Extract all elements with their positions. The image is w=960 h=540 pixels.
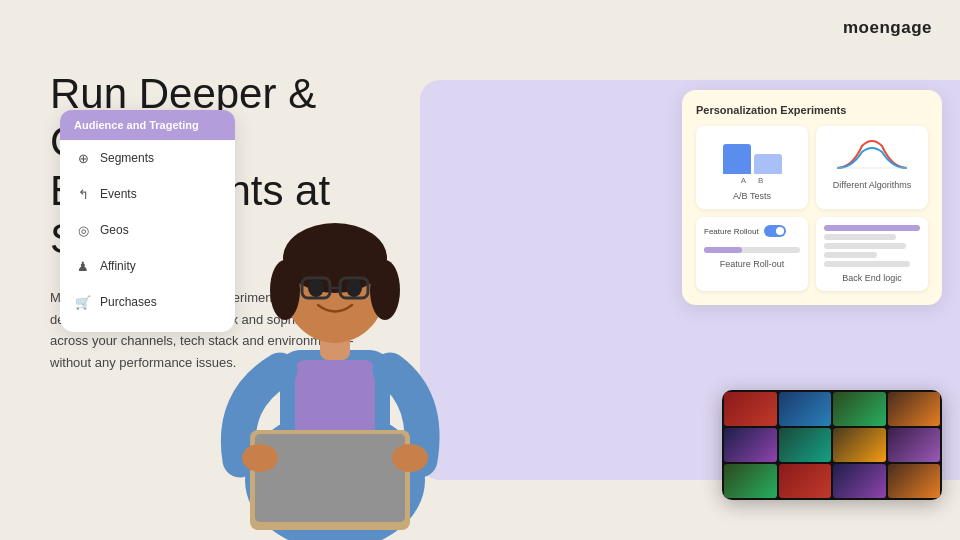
svg-point-13 <box>346 279 362 297</box>
personalization-grid: A B A/B Tests Different Algorithms Featu… <box>696 126 928 291</box>
diff-algo-label: Different Algorithms <box>824 180 920 190</box>
stream-thumb <box>724 464 777 498</box>
segments-label: Segments <box>100 151 154 165</box>
stream-thumb <box>779 392 832 426</box>
person-figure <box>190 100 480 540</box>
feature-rollout-label: Feature Roll-out <box>704 259 800 269</box>
svg-point-8 <box>370 260 400 320</box>
stream-thumb <box>724 392 777 426</box>
progress-bar-fill-2 <box>704 247 742 253</box>
svg-point-17 <box>242 444 278 472</box>
ab-label-a: A <box>741 176 746 185</box>
stream-thumb <box>833 464 886 498</box>
backend-card: Back End logic <box>816 217 928 291</box>
svg-point-7 <box>270 260 300 320</box>
streaming-grid <box>722 390 942 500</box>
ab-tests-label: A/B Tests <box>704 191 800 201</box>
logo: moengage <box>843 18 932 38</box>
purchases-icon: 🛒 <box>74 293 92 311</box>
segments-icon: ⊕ <box>74 149 92 167</box>
personalization-panel: Personalization Experiments A B A/B Test… <box>682 90 942 305</box>
events-label: Events <box>100 187 137 201</box>
ab-visual <box>704 134 800 174</box>
ab-labels: A B <box>704 176 800 185</box>
geos-icon: ◎ <box>74 221 92 239</box>
bell-curve-svg <box>832 136 912 172</box>
be-bar-2 <box>824 234 896 240</box>
progress-bar-2 <box>704 247 800 253</box>
svg-rect-16 <box>255 434 405 522</box>
purchases-label: Purchases <box>100 295 157 309</box>
ab-bar-a <box>723 144 751 174</box>
ab-bar-b <box>754 154 782 174</box>
events-icon: ↰ <box>74 185 92 203</box>
algo-visual <box>824 134 920 174</box>
rollout-visual: Feature Rollout <box>704 225 800 253</box>
backend-visual <box>824 225 920 267</box>
diff-algo-card: Different Algorithms <box>816 126 928 209</box>
toggle-on <box>764 225 786 237</box>
stream-thumb <box>779 464 832 498</box>
person-svg <box>190 100 480 540</box>
stream-thumb <box>724 428 777 462</box>
stream-thumb <box>833 392 886 426</box>
feature-rollout-card: Feature Rollout Feature Roll-out <box>696 217 808 291</box>
be-bar-3 <box>824 243 906 249</box>
rollout-row: Feature Rollout <box>704 225 800 237</box>
be-bar-4 <box>824 252 877 258</box>
stream-thumb <box>888 428 941 462</box>
be-bar-1 <box>824 225 920 231</box>
affinity-icon: ♟ <box>74 257 92 275</box>
stream-thumb <box>833 428 886 462</box>
backend-label: Back End logic <box>824 273 920 283</box>
svg-point-12 <box>308 279 324 297</box>
stream-thumb <box>888 464 941 498</box>
stream-thumb <box>888 392 941 426</box>
streaming-panel <box>722 390 942 500</box>
geos-label: Geos <box>100 223 129 237</box>
stream-thumb <box>779 428 832 462</box>
be-bar-5 <box>824 261 910 267</box>
svg-point-18 <box>392 444 428 472</box>
logo-text: moengage <box>843 18 932 37</box>
affinity-label: Affinity <box>100 259 136 273</box>
ab-tests-card: A B A/B Tests <box>696 126 808 209</box>
ab-label-b: B <box>758 176 763 185</box>
feature-rollout-text: Feature Rollout <box>704 227 759 236</box>
personalization-title: Personalization Experiments <box>696 104 928 116</box>
